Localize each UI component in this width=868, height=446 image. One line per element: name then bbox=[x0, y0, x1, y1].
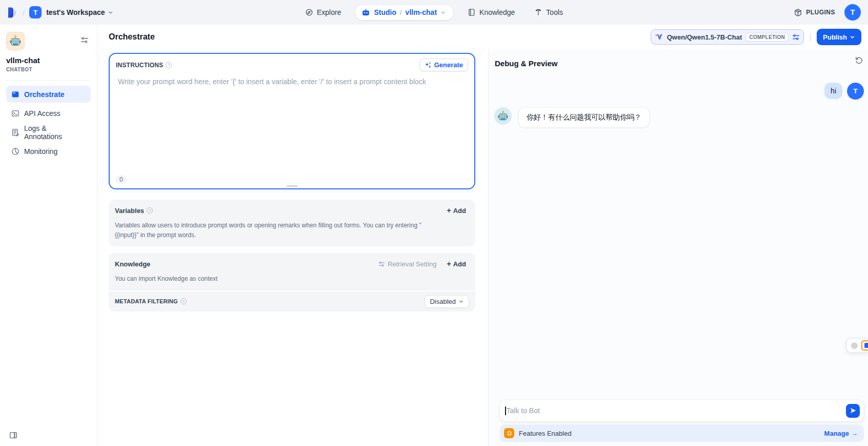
send-button[interactable] bbox=[846, 404, 860, 418]
studio-separator: / bbox=[400, 9, 402, 16]
model-provider-icon bbox=[655, 33, 663, 42]
collapse-sidebar-icon[interactable] bbox=[8, 431, 18, 440]
metadata-filtering-title: METADATA FILTERING bbox=[115, 298, 178, 304]
add-knowledge-button[interactable]: Add bbox=[444, 258, 469, 270]
book-icon bbox=[468, 8, 476, 16]
plus-icon bbox=[447, 206, 451, 215]
assistant-message-bubble: 你好！有什么问题我可以帮助你吗？ bbox=[518, 107, 650, 128]
topbar-left: / T test's Workspace bbox=[7, 6, 181, 18]
page-header: Orchestrate Qwen/Qwen1.5-7B-Chat COMPLET… bbox=[97, 25, 868, 49]
plus-icon bbox=[447, 260, 451, 268]
orchestrate-panel: INSTRUCTIONS Generate Write your prompt … bbox=[97, 49, 488, 446]
main-nav: Explore Studio / vllm-chat Knowledge Too… bbox=[181, 5, 687, 20]
prompt-editor[interactable]: Write your prompt word here, enter '{' t… bbox=[110, 74, 474, 174]
nav-explore[interactable]: Explore bbox=[300, 5, 346, 20]
dify-logo[interactable] bbox=[7, 7, 18, 18]
chat-message-user: hi T bbox=[494, 83, 864, 100]
studio-current-app: vllm-chat bbox=[406, 8, 437, 16]
main-area: Orchestrate Qwen/Qwen1.5-7B-Chat COMPLET… bbox=[97, 25, 868, 446]
workspace-switcher[interactable]: test's Workspace bbox=[46, 8, 113, 16]
chat-input-placeholder: Talk to Bot bbox=[506, 406, 846, 415]
nav-tools[interactable]: Tools bbox=[529, 5, 568, 20]
chevron-down-icon bbox=[458, 299, 464, 304]
variables-title: Variables bbox=[115, 207, 144, 215]
header-divider bbox=[810, 33, 811, 41]
char-count-badge: 0 bbox=[116, 176, 127, 184]
top-bar: / T test's Workspace Explore Studio / vl… bbox=[0, 0, 868, 25]
metadata-filtering-row: METADATA FILTERING Disabled bbox=[109, 290, 475, 312]
body: vllm-chat CHATBOT Orchestrate API Access… bbox=[0, 25, 868, 446]
send-icon bbox=[850, 407, 857, 414]
knowledge-title: Knowledge bbox=[115, 260, 150, 268]
user-chat-avatar: T bbox=[847, 83, 864, 100]
help-icon bbox=[166, 62, 172, 68]
package-icon bbox=[794, 8, 802, 17]
explore-icon bbox=[305, 8, 313, 16]
chat-input[interactable]: Talk to Bot bbox=[500, 400, 864, 421]
app-icon[interactable] bbox=[6, 32, 25, 50]
model-name: Qwen/Qwen1.5-7B-Chat bbox=[667, 33, 742, 41]
publish-button[interactable]: Publish bbox=[817, 29, 861, 45]
variables-description: Variables allow users to introduce promp… bbox=[109, 218, 437, 246]
app-name: vllm-chat bbox=[6, 56, 91, 65]
chevron-down-icon bbox=[108, 10, 113, 15]
help-icon bbox=[180, 298, 187, 304]
workspace-avatar[interactable]: T bbox=[29, 6, 42, 18]
instructions-header: INSTRUCTIONS Generate bbox=[110, 54, 474, 74]
metadata-filtering-dropdown[interactable]: Disabled bbox=[425, 295, 469, 308]
add-variable-button[interactable]: Add bbox=[444, 204, 469, 217]
features-label: Features Enabled bbox=[519, 430, 572, 437]
page-title: Orchestrate bbox=[109, 32, 155, 42]
model-config-sliders-icon[interactable] bbox=[792, 33, 800, 41]
variables-header: Variables Add bbox=[109, 200, 475, 218]
sidebar-item-logs-annotations[interactable]: Logs & Annotations bbox=[6, 124, 91, 141]
header-actions: Qwen/Qwen1.5-7B-Chat COMPLETION Publish bbox=[651, 29, 861, 45]
orchestrate-window-icon bbox=[11, 90, 19, 99]
app-type-label: CHATBOT bbox=[6, 67, 91, 72]
model-mode-badge: COMPLETION bbox=[745, 33, 789, 42]
manage-features-link[interactable]: Manage bbox=[824, 430, 858, 437]
robot-emoji-icon bbox=[497, 110, 509, 122]
knowledge-header: Knowledge Retrieval Setting Add bbox=[109, 253, 475, 271]
model-selector[interactable]: Qwen/Qwen1.5-7B-Chat COMPLETION bbox=[651, 29, 804, 45]
knowledge-description: You can import Knowledge as context bbox=[109, 271, 475, 290]
prompt-placeholder: Write your prompt word here, enter '{' t… bbox=[118, 77, 426, 86]
app-settings-icon[interactable] bbox=[80, 36, 89, 44]
app-sidebar: vllm-chat CHATBOT Orchestrate API Access… bbox=[0, 25, 97, 446]
widget-app-icon[interactable] bbox=[861, 340, 868, 351]
breadcrumb-separator: / bbox=[23, 8, 25, 17]
plugins-button[interactable]: PLUGINS bbox=[794, 8, 835, 17]
chevron-down-icon bbox=[440, 10, 446, 15]
sidebar-item-api-access[interactable]: API Access bbox=[6, 105, 91, 122]
nav-studio[interactable]: Studio / vllm-chat bbox=[355, 5, 453, 20]
monitoring-pie-icon bbox=[11, 147, 19, 156]
chevron-down-icon bbox=[850, 34, 855, 40]
sidebar-item-monitoring[interactable]: Monitoring bbox=[6, 143, 91, 160]
features-icon bbox=[504, 428, 514, 438]
chat-input-area: Talk to Bot Features Enabled bbox=[489, 400, 868, 446]
restart-conversation-icon[interactable] bbox=[855, 56, 863, 65]
widget-dot-icon[interactable] bbox=[851, 342, 858, 349]
resize-handle[interactable] bbox=[287, 185, 298, 187]
nav-knowledge[interactable]: Knowledge bbox=[462, 5, 520, 20]
instructions-panel: INSTRUCTIONS Generate Write your prompt … bbox=[109, 53, 475, 189]
topbar-right: PLUGINS T bbox=[687, 4, 861, 21]
logs-document-icon bbox=[11, 128, 19, 137]
app-window: / T test's Workspace Explore Studio / vl… bbox=[0, 0, 868, 446]
debug-header: Debug & Preview bbox=[489, 49, 868, 68]
debug-title: Debug & Preview bbox=[495, 59, 558, 68]
content-row: INSTRUCTIONS Generate Write your prompt … bbox=[97, 49, 868, 446]
retrieval-sliders-icon bbox=[378, 261, 385, 267]
sidebar-divider bbox=[6, 80, 91, 81]
user-avatar[interactable]: T bbox=[844, 4, 861, 21]
sidebar-item-orchestrate[interactable]: Orchestrate bbox=[6, 86, 91, 103]
bot-avatar bbox=[494, 107, 512, 125]
robot-emoji-icon bbox=[9, 34, 22, 48]
arrow-right-icon bbox=[851, 430, 858, 437]
nav-studio-label: Studio bbox=[374, 8, 396, 16]
generate-button[interactable]: Generate bbox=[419, 59, 468, 71]
user-message-bubble: hi bbox=[824, 83, 842, 99]
retrieval-setting-button[interactable]: Retrieval Setting bbox=[378, 260, 436, 268]
floating-widget[interactable] bbox=[846, 338, 868, 353]
robot-icon bbox=[361, 8, 370, 17]
